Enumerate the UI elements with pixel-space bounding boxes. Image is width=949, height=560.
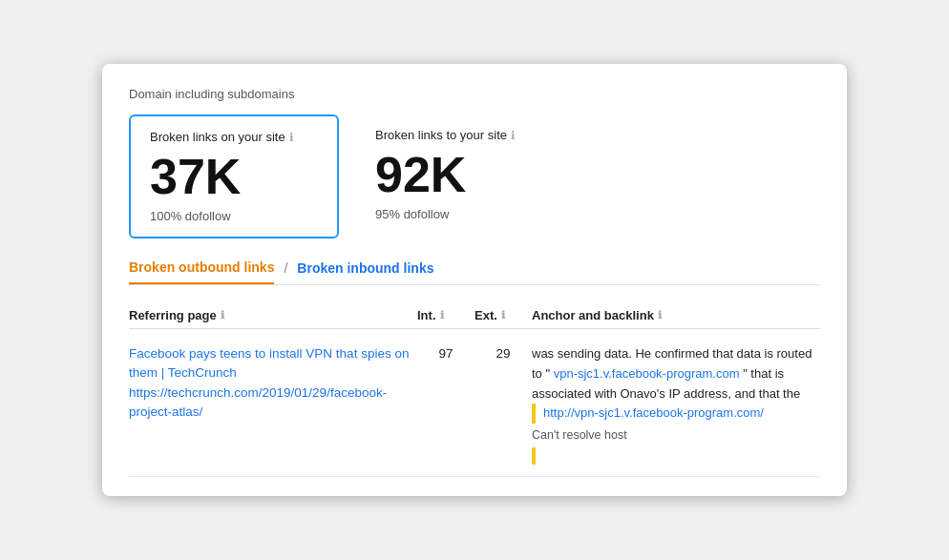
metric1-info-icon[interactable]: ℹ xyxy=(289,131,294,144)
referring-page-url[interactable]: https://techcrunch.com/2019/01/29/facebo… xyxy=(129,385,387,419)
cant-resolve-text: Can't resolve host xyxy=(532,425,820,445)
th-ext: Ext. ℹ xyxy=(474,308,532,322)
cell-int: 97 xyxy=(417,344,474,361)
metric-box-inbound: Broken links to your site ℹ 92K 95% dofo… xyxy=(356,114,547,239)
metrics-row: Broken links on your site ℹ 37K 100% dof… xyxy=(129,114,820,239)
table-header: Referring page ℹ Int. ℹ Ext. ℹ Anchor an… xyxy=(129,302,820,329)
metric2-title: Broken links to your site ℹ xyxy=(375,128,524,142)
th-referring-info-icon[interactable]: ℹ xyxy=(221,309,224,321)
tabs-row: Broken outbound links / Broken inbound l… xyxy=(129,259,820,285)
th-ext-info-icon[interactable]: ℹ xyxy=(501,309,505,321)
cell-anchor: was sending data. He confirmed that data… xyxy=(532,344,820,465)
th-referring-page: Referring page ℹ xyxy=(129,308,417,322)
table-row: Facebook pays teens to install VPN that … xyxy=(129,329,820,477)
tab-outbound[interactable]: Broken outbound links xyxy=(129,259,274,284)
metric2-value: 92K xyxy=(375,150,524,199)
th-int-info-icon[interactable]: ℹ xyxy=(440,309,444,321)
referring-page-link[interactable]: Facebook pays teens to install VPN that … xyxy=(129,346,409,380)
metric2-info-icon[interactable]: ℹ xyxy=(511,129,516,142)
anchor-url-container: http://vpn-sjc1.v.facebook-program.com/ xyxy=(532,404,820,424)
tab-inbound[interactable]: Broken inbound links xyxy=(297,260,433,283)
anchor-url-link[interactable]: http://vpn-sjc1.v.facebook-program.com/ xyxy=(543,405,764,420)
metric-box-outbound: Broken links on your site ℹ 37K 100% dof… xyxy=(129,114,339,239)
cell-ext: 29 xyxy=(474,344,532,361)
main-window: Domain including subdomains Broken links… xyxy=(102,64,847,496)
tab-divider: / xyxy=(284,260,287,283)
domain-label: Domain including subdomains xyxy=(129,87,820,101)
metric2-sub: 95% dofollow xyxy=(375,207,524,221)
anchor-link-program[interactable]: vpn-sjc1.v.facebook-program.com xyxy=(554,366,740,381)
th-anchor-info-icon[interactable]: ℹ xyxy=(658,309,662,321)
th-int: Int. ℹ xyxy=(417,308,474,322)
cell-referring-page: Facebook pays teens to install VPN that … xyxy=(129,344,417,422)
metric1-title: Broken links on your site ℹ xyxy=(150,130,314,144)
metric1-value: 37K xyxy=(150,152,314,201)
metric1-sub: 100% dofollow xyxy=(150,209,314,223)
yellow-bar-icon xyxy=(532,447,536,465)
th-anchor: Anchor and backlink ℹ xyxy=(532,308,820,322)
